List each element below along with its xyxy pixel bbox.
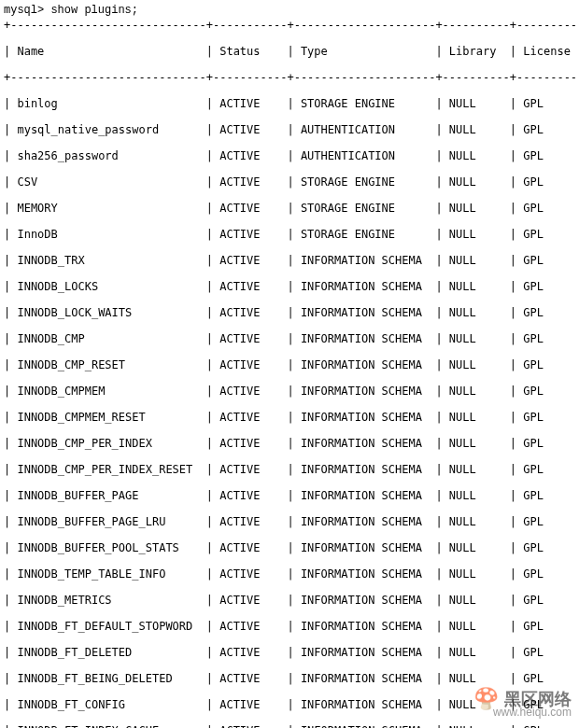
table-row: | INNODB_FT_DEFAULT_STOPWORD | ACTIVE | … [4,620,575,633]
table-row: | INNODB_TRX | ACTIVE | INFORMATION SCHE… [4,254,575,267]
table-row: | MEMORY | ACTIVE | STORAGE ENGINE | NUL… [4,202,575,215]
table-row: | binlog | ACTIVE | STORAGE ENGINE | NUL… [4,97,575,110]
table-header: | Name | Status | Type | Library | Licen… [4,45,575,58]
table-row: | INNODB_LOCKS | ACTIVE | INFORMATION SC… [4,280,575,293]
table-row: | INNODB_CMP_PER_INDEX_RESET | ACTIVE | … [4,463,575,476]
table-row: | INNODB_BUFFER_PAGE_LRU | ACTIVE | INFO… [4,515,575,528]
table-row: | INNODB_CMP_RESET | ACTIVE | INFORMATIO… [4,358,575,371]
table-row: | INNODB_CMPMEM_RESET | ACTIVE | INFORMA… [4,411,575,424]
table-row: | INNODB_FT_INDEX_CACHE | ACTIVE | INFOR… [4,724,575,728]
table-row: | INNODB_CMP_PER_INDEX | ACTIVE | INFORM… [4,437,575,450]
table-row: | INNODB_TEMP_TABLE_INFO | ACTIVE | INFO… [4,567,575,581]
table-row: | sha256_password | ACTIVE | AUTHENTICAT… [4,149,575,162]
table-row: | INNODB_CMP | ACTIVE | INFORMATION SCHE… [4,332,575,345]
table-row: | INNODB_FT_BEING_DELETED | ACTIVE | INF… [4,672,575,685]
table-row: | mysql_native_password | ACTIVE | AUTHE… [4,123,575,136]
table-row: | INNODB_METRICS | ACTIVE | INFORMATION … [4,594,575,607]
table-row: | INNODB_CMPMEM | ACTIVE | INFORMATION S… [4,385,575,398]
command-prompt[interactable]: mysql> show plugins; [4,4,575,17]
table-row: | INNODB_BUFFER_POOL_STATS | ACTIVE | IN… [4,541,575,554]
mysql-output: mysql> show plugins;+-------------------… [4,4,575,728]
table-row: | InnoDB | ACTIVE | STORAGE ENGINE | NUL… [4,228,575,241]
table-row: | INNODB_BUFFER_PAGE | ACTIVE | INFORMAT… [4,489,575,502]
table-row: | CSV | ACTIVE | STORAGE ENGINE | NULL |… [4,175,575,189]
table-separator: +-----------------------------+---------… [4,19,575,32]
table-separator: +-----------------------------+---------… [4,71,575,84]
table-row: | INNODB_FT_CONFIG | ACTIVE | INFORMATIO… [4,698,575,711]
table-row: | INNODB_LOCK_WAITS | ACTIVE | INFORMATI… [4,306,575,319]
table-row: | INNODB_FT_DELETED | ACTIVE | INFORMATI… [4,646,575,659]
